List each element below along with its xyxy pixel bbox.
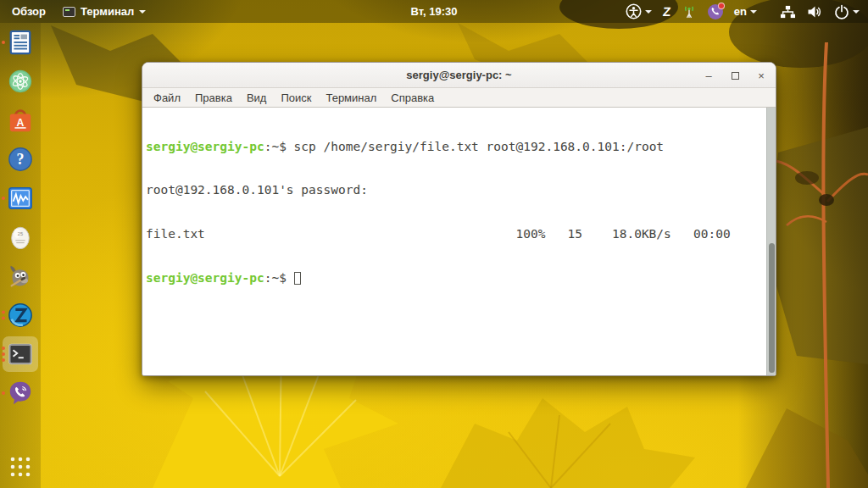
dock-item-atom[interactable]: [0, 67, 41, 96]
svg-text:25: 25: [18, 231, 23, 236]
dock-item-egg-timer[interactable]: 25: [0, 223, 41, 252]
dock-item-gimp[interactable]: [0, 262, 41, 291]
dock-item-viber[interactable]: [0, 379, 41, 408]
dock-item-system-monitor[interactable]: [0, 184, 41, 213]
power-menu[interactable]: [834, 4, 860, 19]
accessibility-menu[interactable]: [626, 3, 652, 19]
menu-item-file[interactable]: Файл: [147, 90, 187, 106]
system-monitor-icon: [7, 185, 34, 212]
accessibility-icon: [626, 3, 642, 19]
terminal-line: sergiy@sergiy-pc:~$ scp /home/sergiy/fil…: [146, 140, 731, 154]
ubuntu-software-icon: A: [7, 107, 34, 134]
network-signal-tray[interactable]: [682, 4, 697, 19]
running-indicator: [2, 41, 5, 44]
notification-badge: [718, 3, 725, 9]
menu-item-terminal[interactable]: Терминал: [319, 90, 383, 106]
app-menu[interactable]: Терминал: [63, 5, 146, 18]
top-panel: Обзор Терминал Вт, 19:30 Z: [0, 0, 868, 23]
app-menu-label: Терминал: [81, 5, 134, 18]
terminal-line: sergiy@sergiy-pc:~$: [146, 271, 731, 286]
command-text: scp /home/sergiy/file.txt root@192.168.0…: [294, 140, 665, 153]
viber-icon: [7, 380, 34, 407]
svg-text:?: ?: [17, 151, 25, 168]
running-indicator: [2, 347, 5, 362]
terminal-cursor: [294, 272, 301, 285]
close-button[interactable]: ×: [755, 69, 767, 82]
terminal-scrollbar[interactable]: [766, 108, 776, 375]
volume-icon: [807, 4, 823, 19]
activities-button[interactable]: Обзор: [8, 5, 49, 18]
help-icon: ?: [7, 146, 34, 173]
signal-antenna-icon: [682, 4, 697, 19]
egg-timer-icon: 25: [7, 224, 34, 251]
terminal-icon: [7, 341, 34, 368]
atom-editor-icon: [7, 68, 34, 95]
volume-menu[interactable]: [807, 4, 823, 19]
terminal-screen[interactable]: sergiy@sergiy-pc:~$ scp /home/sergiy/fil…: [142, 108, 776, 375]
chevron-down-icon: [645, 10, 652, 14]
menu-item-view[interactable]: Вид: [240, 90, 274, 106]
dock-item-terminal[interactable]: [0, 340, 41, 369]
dock-item-ubuntu-software[interactable]: A: [0, 106, 41, 135]
terminal-window: sergiy@sergiy-pc: ~ – × Файл Правка Вид …: [142, 62, 776, 376]
clock[interactable]: Вт, 19:30: [410, 5, 457, 18]
window-title: sergiy@sergiy-pc: ~: [406, 69, 511, 81]
running-indicator: [2, 197, 5, 200]
terminal-line: file.txt 100% 15 18.0KB/s 00:00: [146, 227, 731, 241]
viber-tray-icon[interactable]: [708, 4, 723, 19]
menu-item-search[interactable]: Поиск: [274, 90, 318, 106]
scrollbar-thumb[interactable]: [769, 243, 775, 373]
app-grid-icon: [9, 456, 31, 478]
dock-item-zoiper[interactable]: [0, 301, 41, 330]
transfer-progress: file.txt 100% 15 18.0KB/s 00:00: [146, 227, 731, 241]
dock-item-help[interactable]: ?: [0, 145, 41, 174]
zoiper-tray-icon[interactable]: Z: [662, 4, 671, 19]
menu-item-edit[interactable]: Правка: [188, 90, 239, 106]
keyboard-layout-menu[interactable]: en: [734, 5, 757, 18]
zoiper-icon: [7, 302, 34, 329]
maximize-button[interactable]: [729, 69, 741, 82]
gimp-icon: [7, 263, 34, 290]
chevron-down-icon: [750, 10, 757, 14]
titlebar[interactable]: sergiy@sergiy-pc: ~ – ×: [142, 63, 776, 88]
power-icon: [834, 4, 849, 19]
running-indicator: [2, 311, 5, 320]
chevron-down-icon: [139, 10, 146, 14]
terminal-output: sergiy@sergiy-pc:~$ scp /home/sergiy/fil…: [146, 110, 731, 315]
ethernet-icon: [780, 4, 796, 19]
chevron-down-icon: [853, 10, 860, 14]
dock: A ? 25: [0, 23, 41, 488]
terminal-line: root@192.168.0.101's password:: [146, 183, 731, 197]
dock-item-document-viewer[interactable]: [0, 28, 41, 57]
network-menu[interactable]: [780, 4, 796, 19]
terminal-app-icon: [63, 7, 75, 17]
minimize-button[interactable]: –: [703, 69, 715, 82]
svg-text:A: A: [17, 117, 25, 129]
maximize-icon: [732, 72, 739, 80]
running-indicator: [2, 391, 5, 395]
show-applications-button[interactable]: [0, 452, 41, 481]
document-viewer-icon: [7, 29, 34, 56]
language-label: en: [734, 5, 747, 18]
menu-item-help[interactable]: Справка: [384, 90, 441, 106]
menubar: Файл Правка Вид Поиск Терминал Справка: [142, 88, 776, 108]
